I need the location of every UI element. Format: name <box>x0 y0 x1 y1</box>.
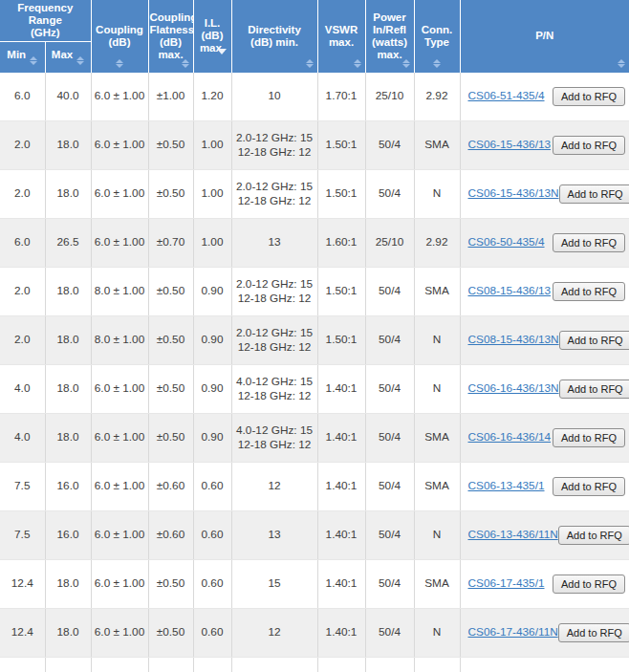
cell-power: 50/4 <box>365 169 414 218</box>
add-to-rfq-button[interactable]: Add to RFQ <box>553 136 625 155</box>
cell-il: 0.60 <box>193 608 231 657</box>
cell-coupling: 6.0 ± 1.00 <box>91 169 148 218</box>
cell-il: 1.00 <box>193 169 231 218</box>
column-header-coupling[interactable]: Coupling (dB) <box>91 0 148 73</box>
cell-conn-type: N <box>414 364 460 413</box>
add-to-rfq-button[interactable]: Add to RFQ <box>558 623 629 642</box>
part-number-link[interactable]: CS06-50-435/4 <box>468 235 545 249</box>
table-row: 3.6 4.2 6.0 ± 1.00 ±0.30 0.55 15 1.45:1 … <box>0 657 629 672</box>
cell-freq-min: 2.0 <box>0 267 45 315</box>
sort-icon[interactable] <box>182 59 189 68</box>
table-row: 2.0 18.0 8.0 ± 1.00 ±0.50 0.90 2.0-12 GH… <box>0 267 629 315</box>
cell-il: 1.00 <box>193 120 231 169</box>
sort-icon[interactable] <box>116 59 123 68</box>
cell-il: 1.20 <box>193 73 231 121</box>
cell-power: 25/10 <box>365 218 414 267</box>
cell-vswr: 1.40:1 <box>317 413 365 462</box>
cell-conn-type: SMA <box>414 413 460 462</box>
table-row: 4.0 18.0 6.0 ± 1.00 ±0.50 0.90 4.0-12 GH… <box>0 413 629 462</box>
cell-vswr: 1.50:1 <box>317 169 365 218</box>
add-to-rfq-button[interactable]: Add to RFQ <box>553 233 625 252</box>
pn-cell-content: CS06-13-436/11N Add to RFQ <box>461 526 629 545</box>
cell-conn-type: SMA <box>414 120 460 169</box>
column-header-power[interactable]: Power In/Refl (watts) max. <box>365 0 414 73</box>
column-header-freq-min[interactable]: Min <box>0 42 45 73</box>
part-number-link[interactable]: CS06-16-436/14 <box>468 430 552 444</box>
cell-power: 50/4 <box>365 364 414 413</box>
cell-pn: CS06-17-435/1 Add to RFQ <box>460 559 629 608</box>
add-to-rfq-button[interactable]: Add to RFQ <box>558 526 629 545</box>
cell-il: 0.90 <box>193 315 231 364</box>
cell-pn: CS08-15-436/13N Add to RFQ <box>460 315 629 364</box>
cell-directivity: 2.0-12 GHz: 15 12-18 GHz: 12 <box>231 267 317 315</box>
cell-coupling: 6.0 ± 1.00 <box>91 73 148 121</box>
cell-coupling-flatness: ±0.30 <box>148 657 193 672</box>
cell-freq-max: 18.0 <box>45 559 91 608</box>
part-number-link[interactable]: CS06-17-436/11N <box>468 625 558 639</box>
part-number-link[interactable]: CS06-15-436/13 <box>468 138 552 152</box>
cell-freq-max: 16.0 <box>45 462 91 510</box>
cell-freq-min: 7.5 <box>0 462 45 510</box>
cell-power: 50/4 <box>365 608 414 657</box>
add-to-rfq-button[interactable]: Add to RFQ <box>553 574 625 594</box>
cell-coupling-flatness: ±0.50 <box>148 608 193 657</box>
table-row: 12.4 18.0 6.0 ± 1.00 ±0.50 0.60 12 1.40:… <box>0 608 629 657</box>
column-header-directivity[interactable]: Directivity (dB) min. <box>231 0 317 73</box>
column-header-coupling-flatness[interactable]: Coupling Flatness (dB) max. <box>148 0 193 73</box>
pn-cell-content: CS06-13-435/1 Add to RFQ <box>461 477 629 496</box>
cell-vswr: 1.40:1 <box>317 510 365 559</box>
sort-icon[interactable] <box>433 59 441 68</box>
cell-freq-max: 18.0 <box>45 608 91 657</box>
add-to-rfq-button[interactable]: Add to RFQ <box>559 331 629 350</box>
cell-directivity: 15 <box>231 559 317 608</box>
cell-directivity: 2.0-12 GHz: 15 12-18 GHz: 12 <box>231 315 317 364</box>
cell-il: 0.90 <box>193 267 231 315</box>
column-header-conn-type[interactable]: Conn. Type <box>414 0 460 73</box>
add-to-rfq-button[interactable]: Add to RFQ <box>559 184 629 204</box>
sort-icon[interactable] <box>618 59 625 68</box>
cell-freq-max: 18.0 <box>45 267 91 315</box>
part-number-link[interactable]: CS06-15-436/13N <box>468 186 559 201</box>
sort-desc-icon[interactable] <box>217 54 227 67</box>
cell-conn-type: N <box>414 510 460 559</box>
cell-freq-min: 7.5 <box>0 510 45 559</box>
pn-cell-content: CS06-15-436/13 Add to RFQ <box>461 136 629 155</box>
part-number-link[interactable]: CS06-16-436/13N <box>468 381 559 396</box>
cell-freq-min: 6.0 <box>0 73 45 121</box>
sort-icon[interactable] <box>306 59 314 68</box>
cell-coupling-flatness: ±0.50 <box>148 364 193 413</box>
part-number-link[interactable]: CS08-15-436/13N <box>468 333 559 347</box>
column-header-il[interactable]: I.L. (dB) max. <box>193 0 231 73</box>
column-header-pn[interactable]: P/N <box>460 0 629 73</box>
cell-directivity: 4.0-12 GHz: 15 12-18 GHz: 12 <box>231 364 317 413</box>
cell-power: 50/4 <box>365 267 414 315</box>
cell-coupling-flatness: ±0.50 <box>148 559 193 608</box>
column-header-label: Coupling (dB) <box>96 24 143 48</box>
part-number-link[interactable]: CS06-17-435/1 <box>468 576 545 591</box>
cell-coupling: 6.0 ± 1.00 <box>91 413 148 462</box>
pn-cell-content: CS06-17-435/1 Add to RFQ <box>461 574 629 594</box>
cell-power: 25/10 <box>365 73 414 121</box>
sort-icon[interactable] <box>354 59 361 68</box>
column-header-freq-max[interactable]: Max <box>45 42 91 73</box>
cell-directivity: 4.0-12 GHz: 15 12-18 GHz: 12 <box>231 413 317 462</box>
add-to-rfq-button[interactable]: Add to RFQ <box>553 428 625 447</box>
add-to-rfq-button[interactable]: Add to RFQ <box>559 379 629 399</box>
sort-icon[interactable] <box>76 56 84 65</box>
cell-coupling: 6.0 ± 1.00 <box>91 462 148 510</box>
column-header-vswr[interactable]: VSWR max. <box>317 0 365 73</box>
sort-icon[interactable] <box>30 56 37 65</box>
column-header-label: Max <box>52 49 73 60</box>
add-to-rfq-button[interactable]: Add to RFQ <box>553 282 625 301</box>
part-number-link[interactable]: CS06-51-435/4 <box>468 89 545 103</box>
add-to-rfq-button[interactable]: Add to RFQ <box>553 87 625 106</box>
product-spec-table: Frequency Range (GHz) Coupling (dB) Coup… <box>0 0 629 672</box>
cell-coupling-flatness: ±0.50 <box>148 413 193 462</box>
column-header-label: Frequency Range (GHz) <box>17 2 73 38</box>
sort-icon[interactable] <box>402 59 410 68</box>
part-number-link[interactable]: CS08-15-436/13 <box>468 284 552 298</box>
cell-freq-min: 2.0 <box>0 169 45 218</box>
part-number-link[interactable]: CS06-13-436/11N <box>468 528 558 542</box>
part-number-link[interactable]: CS06-13-435/1 <box>468 479 545 493</box>
add-to-rfq-button[interactable]: Add to RFQ <box>553 477 625 496</box>
